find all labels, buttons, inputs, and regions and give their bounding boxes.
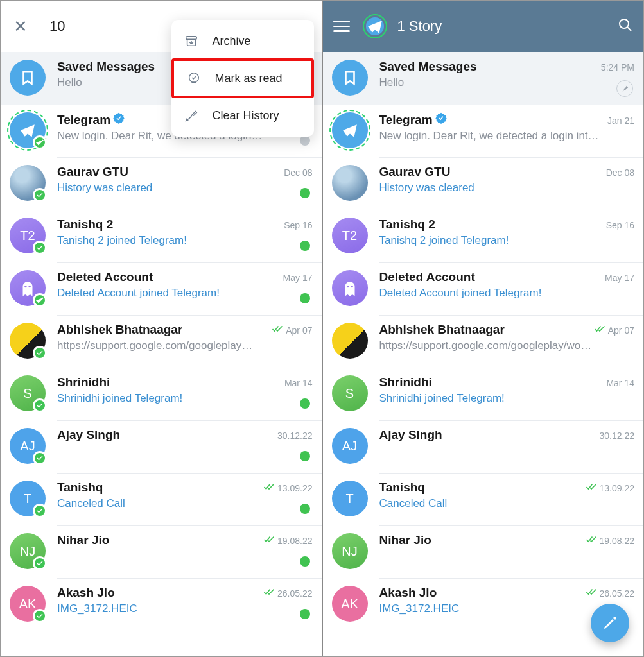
close-icon[interactable]: ✕	[13, 17, 28, 37]
chat-date: Mar 14	[279, 378, 313, 388]
chat-message: https://support.google.com/googleplay/wo…	[379, 339, 635, 352]
chat-date: May 17	[278, 273, 313, 283]
selected-check-icon	[33, 135, 47, 149]
chat-row[interactable]: Deleted Account May 17 Deleted Account j…	[1, 262, 322, 315]
avatar	[332, 60, 368, 96]
menu-clear-history[interactable]: Clear History	[171, 98, 314, 133]
selected-check-icon	[33, 346, 47, 360]
selection-header: ✕ 10 Archive Mark as read Clear History	[1, 1, 322, 52]
chat-message: Tanishq 2 joined Telegram!	[379, 234, 635, 247]
chat-list-right[interactable]: Saved Messages 5:24 PM Hello Telegram Ja…	[323, 52, 644, 656]
selected-check-icon	[33, 609, 47, 623]
verified-icon	[113, 112, 125, 124]
chat-date: Dec 08	[601, 167, 634, 178]
avatar	[10, 323, 46, 359]
chat-row[interactable]: Gaurav GTU Dec 08 History was cleared	[1, 157, 322, 210]
search-icon[interactable]	[618, 17, 633, 35]
compose-fab[interactable]	[591, 604, 629, 642]
chat-row[interactable]: T2 Tanishq 2 Sep 16 Tanishq 2 joined Tel…	[323, 210, 644, 262]
chat-name: Tanishq 2	[379, 218, 435, 232]
chat-message: Deleted Account joined Telegram!	[379, 287, 635, 300]
mark-read-icon	[187, 71, 201, 85]
chat-row[interactable]: S Shrinidhi Mar 14 Shrinidhi joined Tele…	[1, 368, 322, 420]
double-check-icon	[263, 588, 275, 599]
chat-message: History was cleared	[57, 182, 313, 194]
selected-check-icon	[33, 398, 47, 413]
selected-check-icon	[33, 188, 47, 202]
chat-name: Akash Jio	[379, 586, 437, 600]
chat-date: Sep 16	[601, 220, 634, 230]
double-check-icon	[586, 535, 597, 546]
chat-date: 26.05.22	[580, 588, 635, 599]
app-header: 1 Story	[323, 1, 644, 52]
menu-archive[interactable]: Archive	[171, 24, 314, 58]
chat-name: Abhishek Bhatnaagar	[379, 323, 505, 337]
chat-message: Canceled Call	[57, 497, 313, 510]
double-check-icon	[594, 325, 605, 336]
chat-row[interactable]: Abhishek Bhatnaagar Apr 07 https://suppo…	[323, 315, 644, 368]
chat-row[interactable]: Abhishek Bhatnaagar Apr 07 https://suppo…	[1, 315, 322, 368]
avatar: AK	[10, 586, 46, 622]
unread-indicator	[300, 609, 310, 619]
unread-indicator	[300, 241, 310, 251]
avatar	[332, 112, 368, 148]
selected-check-icon	[33, 451, 47, 465]
avatar: AJ	[10, 428, 46, 464]
double-check-icon	[272, 325, 283, 336]
chat-row[interactable]: Saved Messages 5:24 PM Hello	[323, 52, 644, 105]
chat-message: Shrinidhi joined Telegram!	[57, 392, 313, 405]
chat-name: Gaurav GTU	[57, 165, 128, 179]
chat-name: Tanishq	[379, 481, 425, 495]
menu-clear-history-label: Clear History	[213, 109, 279, 123]
left-screenshot: ✕ 10 Archive Mark as read Clear History	[1, 1, 322, 656]
chat-name: Akash Jio	[57, 586, 115, 600]
chat-date: Sep 16	[279, 220, 312, 230]
chat-row[interactable]: NJ Nihar Jio 19.08.22	[323, 525, 644, 578]
story-ring[interactable]	[363, 14, 387, 38]
menu-icon[interactable]	[333, 17, 350, 35]
chat-list-left[interactable]: Saved Messages Hello Telegram New login.…	[1, 52, 322, 656]
avatar	[10, 165, 46, 201]
chat-name: Telegram	[57, 113, 110, 127]
chat-date: 5:24 PM	[596, 62, 634, 73]
chat-name: Saved Messages	[57, 60, 155, 74]
avatar: T	[10, 481, 46, 516]
chat-row[interactable]: AK Akash Jio 26.05.22 IMG_3172.HEIC	[1, 578, 322, 631]
double-check-icon	[586, 482, 597, 493]
chat-name: Gaurav GTU	[379, 165, 451, 179]
chat-row[interactable]: T Tanishq 13.09.22 Canceled Call	[323, 473, 644, 525]
chat-row[interactable]: NJ Nihar Jio 19.08.22	[1, 525, 322, 578]
chat-row[interactable]: T Tanishq 13.09.22 Canceled Call	[1, 473, 322, 525]
avatar: T2	[332, 218, 368, 253]
verified-icon	[435, 112, 447, 124]
unread-indicator	[300, 293, 310, 303]
right-screenshot: 1 Story Saved Messages 5:24 PM Hello	[323, 1, 644, 656]
chat-row[interactable]: S Shrinidhi Mar 14 Shrinidhi joined Tele…	[323, 368, 644, 420]
svg-point-3	[29, 286, 31, 287]
avatar	[332, 165, 368, 201]
menu-mark-read[interactable]: Mark as read	[171, 58, 314, 98]
header-title: 1 Story	[397, 18, 618, 35]
chat-row[interactable]: Telegram Jan 21 New login. Dear Rit, we …	[323, 105, 644, 157]
chat-date: Mar 14	[601, 378, 634, 388]
chat-row[interactable]: AJ Ajay Singh 30.12.22	[323, 420, 644, 473]
chat-message: Deleted Account joined Telegram!	[57, 287, 313, 300]
chat-date: Dec 08	[279, 167, 312, 178]
context-menu: Archive Mark as read Clear History	[171, 20, 314, 137]
chat-name: Nihar Jio	[57, 533, 109, 547]
chat-date: 30.12.22	[595, 431, 635, 441]
chat-message: New login. Dear Rit, we detected a login…	[379, 130, 635, 142]
avatar: AJ	[332, 428, 368, 464]
chat-date: Apr 07	[589, 325, 634, 336]
chat-message: Hello	[379, 76, 635, 89]
chat-name: Shrinidhi	[379, 375, 432, 389]
chat-name: Deleted Account	[379, 270, 475, 284]
chat-row[interactable]: T2 Tanishq 2 Sep 16 Tanishq 2 joined Tel…	[1, 210, 322, 262]
chat-row[interactable]: Deleted Account May 17 Deleted Account j…	[323, 262, 644, 315]
chat-row[interactable]: Gaurav GTU Dec 08 History was cleared	[323, 157, 644, 210]
selected-check-icon	[33, 293, 47, 307]
chat-row[interactable]: AJ Ajay Singh 30.12.22	[1, 420, 322, 473]
avatar	[10, 60, 46, 96]
chat-name: Ajay Singh	[379, 428, 442, 442]
chat-message: IMG_3172.HEIC	[57, 602, 313, 615]
